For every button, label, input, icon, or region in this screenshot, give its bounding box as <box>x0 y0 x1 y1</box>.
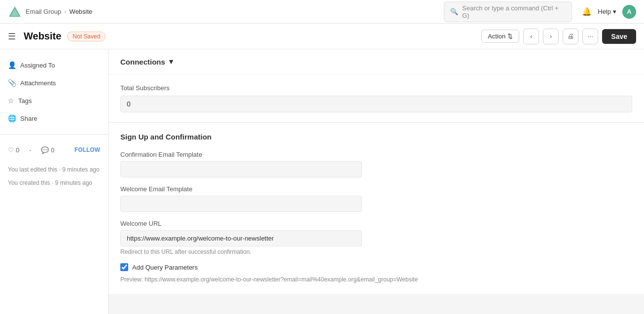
search-bar[interactable]: 🔍 Search or type a command (Ctrl + G) <box>444 1 572 22</box>
search-placeholder: Search or type a command (Ctrl + G) <box>462 4 566 19</box>
welcome-email-group: Welcome Email Template <box>120 185 632 212</box>
more-options-button[interactable]: ··· <box>582 29 598 44</box>
next-button[interactable]: › <box>543 29 559 44</box>
notifications-icon[interactable]: 🔔 <box>582 7 592 16</box>
breadcrumb: Email Group › Website <box>26 8 92 15</box>
sidebar-item-share[interactable]: 🌐 Share + <box>0 110 108 126</box>
sidebar-item-tags[interactable]: ☆ Tags + <box>0 93 108 108</box>
sidebar-item-assigned-to[interactable]: 👤 Assigned To + <box>0 57 108 73</box>
more-icon: ··· <box>588 33 593 40</box>
add-query-label: Add Query Parameters <box>132 264 198 271</box>
share-label: Share <box>20 115 37 122</box>
sidebar: 👤 Assigned To + 📎 Attachments + ☆ Tags +… <box>0 49 108 314</box>
help-chevron-icon: ▾ <box>613 8 616 15</box>
comment-icon: 💬 <box>41 146 49 154</box>
likes-count[interactable]: ♡ 0 <box>8 146 19 154</box>
page-header: ☰ Website Not Saved Action ⇅ ‹ › 🖨 ··· S… <box>0 24 644 49</box>
attachments-icon: 📎 <box>8 79 16 87</box>
connections-chevron-icon: ▾ <box>169 57 173 66</box>
save-button[interactable]: Save <box>602 29 636 44</box>
search-icon: 🔍 <box>450 8 458 15</box>
connections-section: Connections ▾ Total Subscribers 0 <box>108 49 644 123</box>
assigned-to-icon: 👤 <box>8 61 16 69</box>
prev-button[interactable]: ‹ <box>523 29 539 44</box>
total-subscribers-value: 0 <box>120 96 632 112</box>
action-chevron-icon: ⇅ <box>507 33 513 40</box>
not-saved-badge: Not Saved <box>67 32 106 41</box>
page-title: Website <box>24 31 61 42</box>
breadcrumb-root[interactable]: Email Group <box>26 8 61 15</box>
print-button[interactable]: 🖨 <box>563 29 578 44</box>
connections-body: Total Subscribers 0 <box>108 74 644 122</box>
connections-title: Connections <box>120 58 165 66</box>
print-icon: 🖨 <box>568 33 574 40</box>
share-icon: 🌐 <box>8 114 16 122</box>
comments-number: 0 <box>51 146 54 154</box>
next-icon: › <box>550 33 552 40</box>
prev-icon: ‹ <box>530 33 532 40</box>
main-content: Connections ▾ Total Subscribers 0 Sign U… <box>108 49 644 314</box>
welcome-url-label: Welcome URL <box>120 220 632 227</box>
attachments-label: Attachments <box>20 79 56 87</box>
breadcrumb-current: Website <box>70 8 93 15</box>
welcome-email-input[interactable] <box>120 196 362 212</box>
action-label: Action <box>488 33 505 40</box>
total-subscribers-group: Total Subscribers 0 <box>120 84 632 112</box>
header-actions: Action ⇅ ‹ › 🖨 ··· Save <box>481 29 636 44</box>
confirmation-email-group: Confirmation Email Template <box>120 151 632 177</box>
redirect-hint: Redirect to this URL after successful co… <box>120 248 632 255</box>
follow-row: ♡ 0 · 💬 0 FOLLOW <box>0 142 108 157</box>
action-button[interactable]: Action ⇅ <box>481 30 519 43</box>
last-edited-text: You last edited this · 9 minutes ago <box>8 165 100 174</box>
confirmation-email-input[interactable] <box>120 161 362 177</box>
preview-text: Preview: https://www.example.org/welcome… <box>120 275 632 284</box>
comments-count[interactable]: 💬 0 <box>41 146 54 154</box>
heart-icon: ♡ <box>8 146 14 154</box>
welcome-url-group: Welcome URL Redirect to this URL after s… <box>120 220 632 255</box>
main-layout: 👤 Assigned To + 📎 Attachments + ☆ Tags +… <box>0 49 644 314</box>
signup-section: Sign Up and Confirmation Confirmation Em… <box>108 123 644 294</box>
assigned-to-label: Assigned To <box>20 62 55 69</box>
sidebar-item-attachments[interactable]: 📎 Attachments + <box>0 75 108 91</box>
add-query-checkbox[interactable] <box>120 263 128 271</box>
welcome-email-label: Welcome Email Template <box>120 185 632 193</box>
help-label: Help <box>598 8 611 15</box>
add-query-parameters-row: Add Query Parameters <box>120 263 632 271</box>
connections-header[interactable]: Connections ▾ <box>108 49 644 74</box>
avatar[interactable]: A <box>622 5 636 19</box>
topnav-right-actions: 🔔 Help ▾ A <box>582 5 636 19</box>
menu-icon[interactable]: ☰ <box>8 31 16 42</box>
dot-separator: · <box>29 146 31 154</box>
top-navigation: Email Group › Website 🔍 Search or type a… <box>0 0 644 24</box>
sidebar-meta: You last edited this · 9 minutes ago You… <box>0 159 108 194</box>
total-subscribers-label: Total Subscribers <box>120 84 632 92</box>
help-button[interactable]: Help ▾ <box>598 8 616 15</box>
sidebar-divider <box>0 134 108 135</box>
created-text: You created this · 9 minutes ago <box>8 178 100 188</box>
app-logo <box>8 5 22 19</box>
signup-title: Sign Up and Confirmation <box>120 133 632 141</box>
breadcrumb-separator: › <box>64 8 66 15</box>
tags-label: Tags <box>18 97 32 105</box>
likes-number: 0 <box>16 146 19 154</box>
tags-icon: ☆ <box>8 97 14 105</box>
follow-button[interactable]: FOLLOW <box>74 146 100 153</box>
welcome-url-input[interactable] <box>120 230 362 246</box>
confirmation-email-label: Confirmation Email Template <box>120 151 632 158</box>
